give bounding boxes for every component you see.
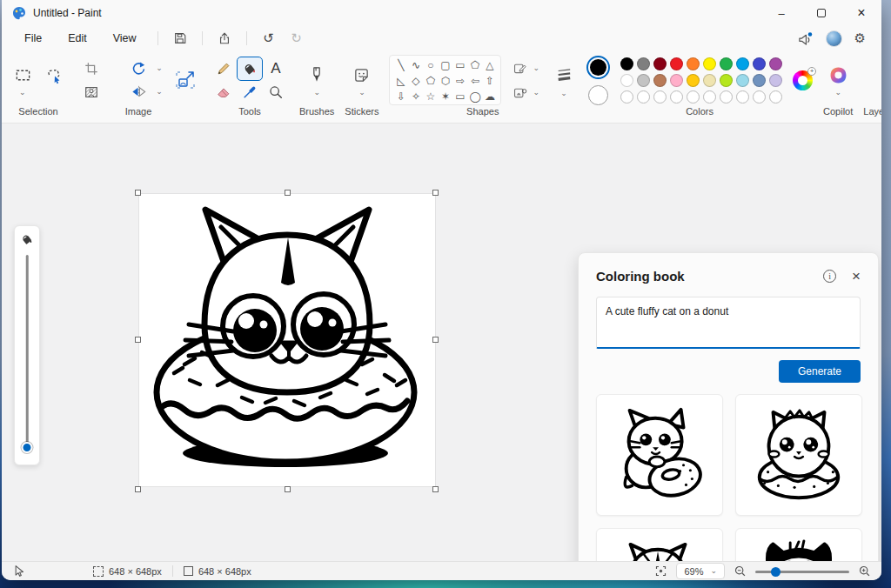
result-thumbnail-4[interactable] [735,528,862,561]
shape-star-six-icon[interactable]: ✶ [438,89,452,104]
palette-empty-slot[interactable] [753,90,766,104]
share-button[interactable] [211,28,238,49]
palette-color[interactable] [670,74,683,87]
palette-color[interactable] [703,57,716,70]
feedback-megaphone-icon[interactable] [797,31,814,46]
shape-hexagon-icon[interactable]: ⬡ [438,73,452,89]
generate-button[interactable]: Generate [779,360,861,383]
rectangle-select-tool[interactable] [10,64,35,87]
zoom-out-icon[interactable] [734,565,747,578]
palette-empty-slot[interactable] [687,90,700,104]
crop-tool[interactable] [79,57,104,80]
palette-empty-slot[interactable] [720,90,733,104]
shape-right-triangle-icon[interactable]: ◺ [393,73,408,89]
edit-colors-button[interactable]: + [793,70,813,90]
shape-speech-rectangle-icon[interactable]: ▭ [452,89,467,104]
shape-arrow-down-icon[interactable]: ⇩ [393,89,408,104]
shape-pentagon-icon[interactable]: ⬠ [423,73,438,89]
result-thumbnail-2[interactable] [735,394,862,516]
selection-handle-n[interactable] [285,190,291,196]
shape-speech-oval-icon[interactable]: ◯ [467,89,482,104]
brushes-dropdown-chevron[interactable]: ⌄ [313,89,320,97]
palette-color[interactable] [753,57,766,70]
settings-gear-icon[interactable]: ⚙ [854,30,866,46]
panel-close-icon[interactable]: × [852,269,861,284]
save-button[interactable] [167,28,193,49]
palette-empty-slot[interactable] [670,90,683,104]
shape-fill-chevron[interactable]: ⌄ [533,89,539,97]
result-thumbnail-3[interactable] [596,528,723,561]
palette-color[interactable] [736,74,749,87]
fill-tool[interactable] [238,57,262,80]
palette-color[interactable] [670,57,683,70]
shape-speech-cloud-icon[interactable]: ☁ [482,89,497,104]
shape-arrow-right-icon[interactable]: ⇨ [452,73,467,89]
palette-color[interactable] [653,74,667,87]
palette-color[interactable] [769,74,782,87]
shape-curve-icon[interactable]: ∿ [408,57,423,73]
remove-background-tool[interactable] [79,81,104,104]
palette-color[interactable] [720,74,733,87]
shape-outline-chevron[interactable]: ⌄ [533,64,539,72]
shape-arrow-up-icon[interactable]: ⇧ [482,73,497,89]
menu-view[interactable]: View [101,29,149,48]
zoom-slider[interactable] [755,566,849,577]
shape-line-icon[interactable]: ╲ [393,57,408,73]
undo-button[interactable]: ↺ [256,28,282,49]
stickers-dropdown-chevron[interactable]: ⌄ [358,89,365,97]
rotate-dropdown-chevron[interactable]: ⌄ [156,64,163,72]
text-tool[interactable]: A [264,57,288,80]
slider-thumb[interactable] [22,442,33,453]
palette-color[interactable] [687,57,700,70]
info-icon[interactable]: i [823,270,836,283]
brushes-tool[interactable] [305,63,329,86]
shape-arrow-left-icon[interactable]: ⇦ [467,73,482,89]
flip-dropdown-chevron[interactable]: ⌄ [156,88,163,96]
maximize-button[interactable] [801,0,841,26]
selection-dropdown-chevron[interactable]: ⌄ [19,89,26,97]
palette-empty-slot[interactable] [703,90,716,104]
pencil-tool[interactable] [211,57,236,80]
menu-file[interactable]: File [12,29,54,48]
palette-color[interactable] [653,57,667,70]
shape-heart-icon[interactable]: ♡ [393,104,408,105]
color-picker-tool[interactable] [238,81,262,104]
selection-handle-sw[interactable] [135,486,141,492]
zoom-slider-thumb[interactable] [771,567,780,577]
user-avatar[interactable] [826,30,842,47]
shape-star-four-icon[interactable]: ✧ [408,89,423,104]
shape-oval-icon[interactable]: ○ [423,57,438,73]
palette-color[interactable] [637,74,650,87]
selection-handle-se[interactable] [432,486,439,492]
copilot-button[interactable] [826,63,850,86]
background-color-swatch[interactable] [588,85,608,105]
zoom-level-select[interactable]: 69% ⌄ [676,563,725,579]
menu-edit[interactable]: Edit [56,29,99,48]
palette-color[interactable] [687,74,700,87]
minimize-button[interactable]: – [761,0,801,26]
shape-rounded-rectangle-icon[interactable]: ▢ [438,57,452,73]
shape-lightning-icon[interactable]: ϟ [408,104,423,105]
line-width-option[interactable] [552,63,576,86]
palette-color[interactable] [620,57,633,70]
shape-outline-option[interactable] [510,59,529,77]
stickers-tool[interactable] [350,63,374,86]
prompt-textarea[interactable]: A cute fluffy cat on a donut [596,297,861,349]
selection-handle-ne[interactable] [432,190,439,196]
canvas[interactable] [139,194,435,486]
shape-diamond-icon[interactable]: ◇ [408,73,423,89]
palette-color[interactable] [720,57,733,70]
freeform-select-tool[interactable] [42,64,66,87]
layers-button[interactable] [881,69,881,91]
palette-empty-slot[interactable] [653,90,667,104]
palette-empty-slot[interactable] [769,90,782,104]
shape-rectangle-icon[interactable]: ▭ [452,57,467,73]
palette-color[interactable] [703,74,716,87]
palette-empty-slot[interactable] [736,90,749,104]
foreground-color-swatch[interactable] [586,56,610,79]
fit-to-window-icon[interactable] [654,565,667,578]
tolerance-slider[interactable] [15,253,39,458]
palette-color[interactable] [620,74,633,87]
resize-image-tool[interactable] [171,65,200,95]
selection-handle-nw[interactable] [135,190,141,196]
